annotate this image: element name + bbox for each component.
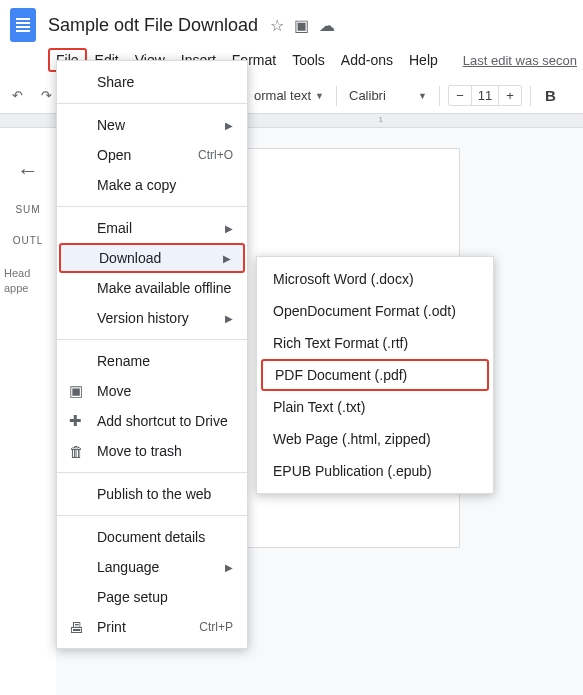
separator	[336, 86, 337, 106]
menu-page-setup[interactable]: Page setup	[57, 582, 247, 612]
caret-down-icon: ▼	[315, 91, 324, 101]
menu-print[interactable]: 🖶PrintCtrl+P	[57, 612, 247, 642]
menu-new[interactable]: New▶	[57, 110, 247, 140]
menu-divider	[57, 103, 247, 104]
menu-version-label: Version history	[97, 310, 189, 326]
menu-share-label: Share	[97, 74, 134, 90]
menu-download[interactable]: Download▶	[59, 243, 245, 273]
folder-move-icon: ▣	[69, 382, 83, 400]
download-submenu: Microsoft Word (.docx) OpenDocument Form…	[256, 256, 494, 494]
menu-open-label: Open	[97, 147, 131, 163]
outline-heading: OUTL	[13, 235, 44, 246]
chevron-right-icon: ▶	[223, 253, 231, 264]
font-size-stepper: − 11 +	[448, 85, 522, 106]
menu-print-shortcut: Ctrl+P	[199, 620, 233, 634]
drive-shortcut-icon: ✚	[69, 412, 82, 430]
download-txt[interactable]: Plain Text (.txt)	[257, 391, 493, 423]
font-value: Calibri	[349, 88, 386, 103]
redo-icon[interactable]: ↷	[35, 84, 58, 107]
menu-share[interactable]: Share	[57, 67, 247, 97]
menu-divider	[57, 339, 247, 340]
menu-shortcut-label: Add shortcut to Drive	[97, 413, 228, 429]
font-size-value[interactable]: 11	[471, 86, 499, 105]
chevron-right-icon: ▶	[225, 313, 233, 324]
menu-open-shortcut: Ctrl+O	[198, 148, 233, 162]
cloud-icon[interactable]: ☁	[319, 16, 335, 35]
menu-move-label: Move	[97, 383, 131, 399]
menu-publish[interactable]: Publish to the web	[57, 479, 247, 509]
chevron-right-icon: ▶	[225, 562, 233, 573]
last-edit-link[interactable]: Last edit was secon	[463, 53, 577, 68]
download-rtf[interactable]: Rich Text Format (.rtf)	[257, 327, 493, 359]
menu-make-copy-label: Make a copy	[97, 177, 176, 193]
menu-divider	[57, 206, 247, 207]
summary-heading: SUM	[15, 204, 40, 215]
menu-version-history[interactable]: Version history▶	[57, 303, 247, 333]
download-pdf[interactable]: PDF Document (.pdf)	[261, 359, 489, 391]
menu-offline[interactable]: Make available offline	[57, 273, 247, 303]
menu-help[interactable]: Help	[401, 48, 446, 72]
menu-add-shortcut[interactable]: ✚Add shortcut to Drive	[57, 406, 247, 436]
menu-publish-label: Publish to the web	[97, 486, 211, 502]
decrease-font-button[interactable]: −	[449, 86, 471, 105]
document-title[interactable]: Sample odt File Download	[48, 15, 258, 36]
menu-language[interactable]: Language▶	[57, 552, 247, 582]
menu-divider	[57, 472, 247, 473]
bold-button[interactable]: B	[539, 87, 562, 104]
menu-download-label: Download	[99, 250, 161, 266]
menu-tools[interactable]: Tools	[284, 48, 333, 72]
docs-logo-icon[interactable]	[10, 8, 36, 42]
paragraph-style-select[interactable]: ormal text ▼	[250, 86, 328, 105]
menu-addons[interactable]: Add-ons	[333, 48, 401, 72]
undo-icon[interactable]: ↶	[6, 84, 29, 107]
menu-new-label: New	[97, 117, 125, 133]
menu-language-label: Language	[97, 559, 159, 575]
paragraph-style-value: ormal text	[254, 88, 311, 103]
download-html[interactable]: Web Page (.html, zipped)	[257, 423, 493, 455]
outline-hint: Head appe	[0, 266, 56, 297]
caret-down-icon: ▼	[418, 91, 427, 101]
increase-font-button[interactable]: +	[499, 86, 521, 105]
move-folder-icon[interactable]: ▣	[294, 16, 309, 35]
menu-pagesetup-label: Page setup	[97, 589, 168, 605]
separator	[439, 86, 440, 106]
menu-details-label: Document details	[97, 529, 205, 545]
star-icon[interactable]: ☆	[270, 16, 284, 35]
menu-trash[interactable]: 🗑Move to trash	[57, 436, 247, 466]
trash-icon: 🗑	[69, 443, 84, 460]
chevron-right-icon: ▶	[225, 120, 233, 131]
download-docx[interactable]: Microsoft Word (.docx)	[257, 263, 493, 295]
separator	[530, 86, 531, 106]
download-odt[interactable]: OpenDocument Format (.odt)	[257, 295, 493, 327]
menu-divider	[57, 515, 247, 516]
menu-move[interactable]: ▣Move	[57, 376, 247, 406]
menu-print-label: Print	[97, 619, 126, 635]
menu-make-copy[interactable]: Make a copy	[57, 170, 247, 200]
menu-rename[interactable]: Rename	[57, 346, 247, 376]
file-menu-dropdown: Share New▶ OpenCtrl+O Make a copy Email▶…	[56, 60, 248, 649]
font-select[interactable]: Calibri ▼	[345, 86, 431, 105]
menu-details[interactable]: Document details	[57, 522, 247, 552]
menu-email[interactable]: Email▶	[57, 213, 247, 243]
chevron-right-icon: ▶	[225, 223, 233, 234]
menu-open[interactable]: OpenCtrl+O	[57, 140, 247, 170]
menu-rename-label: Rename	[97, 353, 150, 369]
print-icon: 🖶	[69, 619, 84, 636]
menu-trash-label: Move to trash	[97, 443, 182, 459]
menu-offline-label: Make available offline	[97, 280, 231, 296]
download-epub[interactable]: EPUB Publication (.epub)	[257, 455, 493, 487]
menu-email-label: Email	[97, 220, 132, 236]
back-arrow-icon[interactable]: ←	[17, 158, 39, 184]
